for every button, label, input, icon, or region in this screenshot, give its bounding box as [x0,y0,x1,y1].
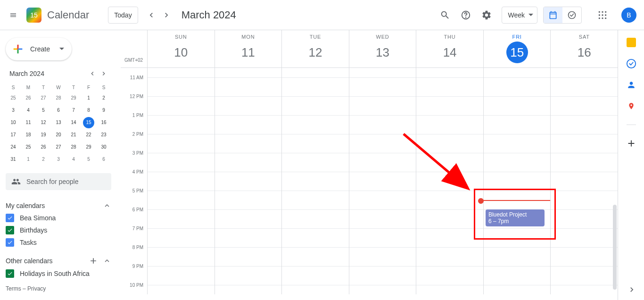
mini-day[interactable]: 10 [8,117,19,128]
mini-day[interactable]: 28 [68,142,79,153]
day-column[interactable] [215,68,282,294]
mini-next-month[interactable] [98,68,109,79]
mini-day[interactable]: 6 [98,154,109,165]
tasks-view-toggle[interactable] [562,7,581,23]
mini-day[interactable]: 30 [98,142,109,153]
tasks-icon[interactable] [626,58,636,69]
mini-day[interactable]: 5 [38,105,49,116]
help-button[interactable] [456,6,475,25]
maps-icon[interactable] [627,101,635,111]
calendar-checkbox[interactable] [6,269,14,278]
mini-prev-month[interactable] [87,68,98,79]
mini-day[interactable]: 23 [98,129,109,141]
mini-day[interactable]: 11 [23,117,34,128]
mini-day[interactable]: 31 [8,154,19,165]
day-column[interactable]: Bluedot Project6 – 7pm [483,68,551,294]
mini-day[interactable]: 20 [53,129,64,141]
mini-day[interactable]: 27 [38,92,49,104]
add-calendar-button[interactable] [89,256,98,266]
day-header[interactable]: FRI15 [483,30,551,67]
scrollbar-thumb[interactable] [613,205,617,290]
calendar-view-toggle[interactable] [544,7,562,23]
day-number[interactable]: 14 [439,42,461,63]
mini-day[interactable]: 24 [8,142,19,153]
day-number[interactable]: 16 [573,42,595,63]
mini-day[interactable]: 5 [83,154,94,165]
grid-body[interactable]: 11 AM12 PM1 PM2 PM3 PM4 PM5 PM6 PM7 PM8 … [121,68,618,294]
day-header[interactable]: TUE12 [281,30,349,67]
next-week-button[interactable] [159,8,174,23]
mini-day[interactable]: 25 [23,142,34,153]
mini-day[interactable]: 3 [53,154,64,165]
mini-day[interactable]: 4 [23,105,34,116]
mini-day[interactable]: 12 [38,117,49,128]
keep-icon[interactable] [627,38,636,47]
mini-day[interactable]: 25 [8,92,19,104]
mini-day[interactable]: 14 [68,117,79,128]
mini-day[interactable]: 13 [53,117,64,128]
day-header[interactable]: MON11 [215,30,282,67]
day-header[interactable]: SAT16 [550,30,618,67]
day-number[interactable]: 12 [305,42,326,63]
search-people-input[interactable]: Search for people [6,173,111,190]
mini-day[interactable]: 4 [68,154,79,165]
mini-day[interactable]: 2 [38,154,49,165]
calendar-item[interactable]: Birthdays [4,224,113,236]
scrollbar[interactable] [612,68,618,300]
day-number[interactable]: 10 [170,42,192,63]
mini-day[interactable]: 29 [68,92,79,104]
search-button[interactable] [436,6,454,25]
calendar-event[interactable]: Bluedot Project6 – 7pm [486,209,545,226]
view-selector[interactable]: Week [502,7,537,24]
hide-side-panel-button[interactable] [627,285,636,296]
calendar-item[interactable]: Tasks [4,236,113,249]
calendar-item[interactable]: Bea Simona [4,212,113,224]
mini-day[interactable]: 17 [8,129,19,141]
prev-week-button[interactable] [144,8,159,23]
other-calendars-header[interactable]: Other calendars [4,254,113,267]
calendar-checkbox[interactable] [6,214,14,222]
mini-day[interactable]: 6 [53,105,64,116]
mini-day[interactable]: 16 [98,117,109,128]
day-column[interactable] [416,68,483,294]
day-header[interactable]: THU14 [416,30,483,67]
mini-day[interactable]: 26 [38,142,49,153]
mini-day[interactable]: 1 [23,154,34,165]
mini-day[interactable]: 19 [38,129,49,141]
day-column[interactable] [281,68,349,294]
day-header[interactable]: SUN10 [147,30,215,67]
mini-day[interactable]: 27 [53,142,64,153]
mini-day[interactable]: 15 [83,117,94,128]
google-apps-button[interactable] [593,6,612,25]
mini-day[interactable]: 8 [83,105,94,116]
contacts-icon[interactable] [627,80,636,90]
create-button[interactable]: Create [6,38,72,60]
day-column[interactable] [550,68,618,294]
mini-day[interactable]: 2 [98,92,109,104]
mini-day[interactable]: 26 [23,92,34,104]
mini-day[interactable]: 9 [98,105,109,116]
calendar-checkbox[interactable] [6,226,14,234]
mini-day[interactable]: 18 [23,129,34,141]
mini-day[interactable]: 22 [83,129,94,141]
mini-day[interactable]: 7 [68,105,79,116]
day-column[interactable] [349,68,416,294]
day-number[interactable]: 11 [237,42,259,63]
get-addons-button[interactable] [626,138,636,149]
calendar-item[interactable]: Holidays in South Africa [4,267,113,280]
mini-day[interactable]: 29 [83,142,94,153]
day-header[interactable]: WED13 [349,30,416,67]
day-column[interactable] [147,68,215,294]
today-button[interactable]: Today [108,7,138,24]
day-number[interactable]: 15 [506,42,528,63]
settings-button[interactable] [477,6,496,25]
mini-day[interactable]: 1 [83,92,94,104]
mini-day[interactable]: 3 [8,105,19,116]
calendar-checkbox[interactable] [6,238,14,247]
my-calendars-header[interactable]: My calendars [4,200,113,212]
footer-links[interactable]: Terms – Privacy [4,280,113,292]
day-number[interactable]: 13 [372,42,394,63]
main-menu-button[interactable] [4,6,23,25]
mini-day[interactable]: 28 [53,92,64,104]
account-avatar[interactable]: B [621,8,636,23]
